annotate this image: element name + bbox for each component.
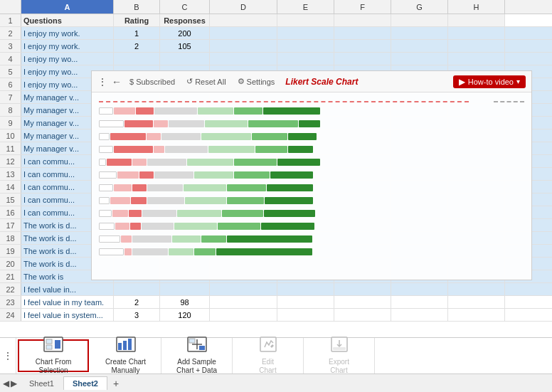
sheet-tab-2[interactable]: Sheet2: [63, 376, 107, 390]
edit-chart-button[interactable]: EditChart: [233, 338, 304, 374]
col-header-d[interactable]: D: [210, 0, 277, 14]
row-number: 21: [0, 270, 21, 282]
cell-a23[interactable]: I feel value in my team.: [21, 296, 114, 308]
likert-bar-row-7: [99, 105, 524, 117]
bar-green: [222, 210, 263, 217]
bar-gray: [142, 210, 176, 217]
bar-gray: [132, 248, 168, 255]
bar-white: [99, 120, 124, 127]
chart-back-button[interactable]: ←: [112, 76, 122, 88]
bar-green: [255, 146, 287, 153]
settings-icon: ⚙: [238, 77, 245, 86]
table-row: 1 Questions Rating Responses: [0, 14, 552, 27]
cell-c24[interactable]: 120: [160, 309, 210, 321]
bar-red-dark: [136, 107, 154, 115]
bar-red-light: [154, 146, 164, 153]
export-chart-button[interactable]: ExportChart: [304, 338, 375, 374]
bar-white: [99, 107, 113, 115]
chart-overlay: ⋮ ← $ Subscribed ↺ Reset All ⚙ Settings …: [91, 70, 532, 280]
cell-a2[interactable]: I enjoy my work.: [21, 27, 114, 39]
col-header-c[interactable]: C: [160, 0, 210, 14]
bar-green-light: [169, 248, 193, 255]
sheet-prev-button[interactable]: ◀: [3, 378, 9, 388]
cell-b22[interactable]: [114, 283, 160, 295]
create-chart-manually-button[interactable]: Create ChartManually: [90, 338, 161, 374]
svg-rect-6: [123, 341, 127, 350]
cell-d22: [210, 283, 277, 295]
subscribed-button[interactable]: $ Subscribed: [126, 76, 179, 88]
toolbar-dots[interactable]: ⋮: [0, 338, 16, 374]
spreadsheet-wrapper: A B C D E F G H 1 Questions Rating Respo…: [0, 0, 552, 392]
cell-a1[interactable]: Questions: [21, 14, 114, 26]
row-number: 5: [0, 65, 21, 78]
cell-b3[interactable]: 2: [114, 40, 160, 52]
bar-red-dark: [110, 133, 146, 140]
bar-green-dark: [288, 146, 313, 153]
bar-green-dark: [261, 223, 314, 230]
sheet-next-button[interactable]: ▶: [11, 378, 17, 388]
how-to-video-button[interactable]: ▶ How-to video ▾: [453, 75, 526, 88]
cell-b4[interactable]: [114, 53, 160, 65]
likert-bar-row-13: [99, 182, 524, 194]
settings-button[interactable]: ⚙ Settings: [234, 75, 279, 88]
col-header-a[interactable]: A: [21, 0, 114, 14]
youtube-icon: ▶: [459, 77, 465, 87]
cell-g2: [391, 27, 448, 39]
cell-b2[interactable]: 1: [114, 27, 160, 39]
bar-white: [99, 210, 112, 217]
col-header-e[interactable]: E: [277, 0, 334, 14]
cell-a3[interactable]: I enjoy my work.: [21, 40, 114, 52]
bar-white: [99, 146, 113, 153]
likert-bar-row-15: [99, 208, 524, 219]
cell-c23[interactable]: 98: [160, 296, 210, 308]
sheet-tab-1[interactable]: Sheet1: [20, 376, 63, 390]
col-header-h[interactable]: H: [448, 0, 505, 14]
bar-white: [99, 171, 117, 179]
cell-a22[interactable]: I feel value in...: [21, 283, 114, 295]
bar-red-light: [117, 171, 139, 179]
cell-c3[interactable]: 105: [160, 40, 210, 52]
chart-from-selection-button[interactable]: Chart FromSelection: [18, 339, 89, 372]
cell-a24[interactable]: I feel value in system...: [21, 309, 114, 321]
row-number: 7: [0, 91, 21, 103]
add-sample-data-label: Add SampleChart + Data: [176, 358, 217, 375]
cell-g24: [391, 309, 448, 321]
cell-b24[interactable]: 3: [114, 309, 160, 321]
likert-bar-row-18: [99, 246, 524, 258]
cell-b23[interactable]: 2: [114, 296, 160, 308]
svg-rect-15: [333, 347, 346, 350]
add-sheet-button[interactable]: +: [107, 376, 124, 391]
cell-c22[interactable]: [160, 283, 210, 295]
row-number: 10: [0, 129, 21, 142]
bar-gray: [142, 223, 174, 230]
likert-bar-row-14: [99, 195, 524, 206]
cell-g4: [391, 53, 448, 65]
add-sample-data-button[interactable]: Add SampleChart + Data: [161, 338, 233, 374]
dashed-line-gray: [494, 101, 524, 102]
svg-rect-3: [55, 340, 60, 349]
column-headers: A B C D E F G H: [0, 0, 552, 14]
cell-c1[interactable]: Responses: [160, 14, 210, 26]
cell-f24: [334, 309, 391, 321]
bar-green-light: [201, 133, 251, 140]
cell-g1: [391, 14, 448, 26]
cell-c4[interactable]: [160, 53, 210, 65]
cell-c2[interactable]: 200: [160, 27, 210, 39]
cell-e4: [277, 53, 334, 65]
row-number: 8: [0, 104, 21, 116]
col-header-f[interactable]: F: [334, 0, 391, 14]
cell-d3: [210, 40, 277, 52]
col-header-b[interactable]: B: [114, 0, 160, 14]
cell-b1[interactable]: Rating: [114, 14, 160, 26]
svg-rect-7: [128, 339, 132, 350]
bar-red-light: [112, 210, 128, 217]
chart-toolbar-dots[interactable]: ⋮: [97, 76, 107, 88]
svg-rect-5: [118, 343, 122, 350]
svg-rect-2: [46, 345, 52, 349]
dropdown-caret-icon: ▾: [516, 78, 520, 85]
col-header-g[interactable]: G: [391, 0, 448, 14]
bar-green: [234, 107, 262, 115]
add-sample-data-icon: [187, 337, 207, 356]
cell-a4[interactable]: I enjoy my wo...: [21, 53, 114, 65]
reset-all-button[interactable]: ↺ Reset All: [183, 75, 229, 88]
